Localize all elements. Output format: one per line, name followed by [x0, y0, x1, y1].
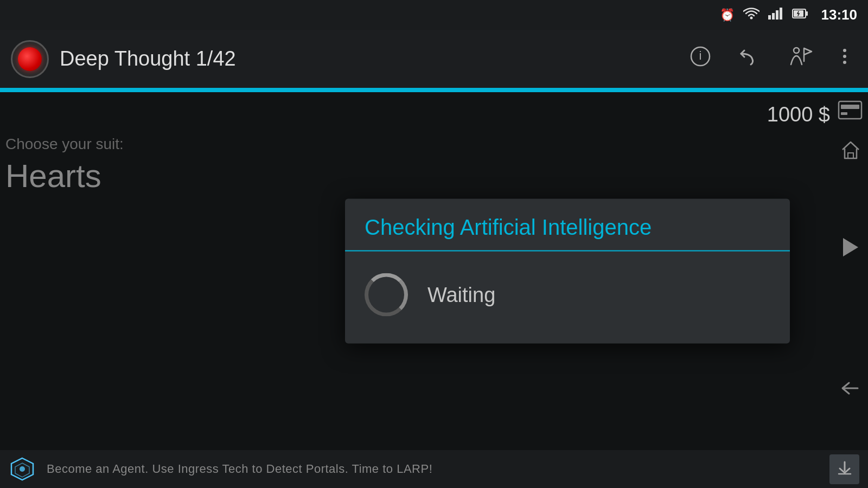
svg-point-0: [750, 16, 752, 19]
status-time: 13:10: [821, 7, 858, 23]
bottom-message: Become an Agent. Use Ingress Tech to Det…: [47, 462, 819, 476]
spinner-ring: [365, 273, 408, 317]
svg-rect-7: [806, 11, 808, 16]
svg-rect-18: [848, 153, 853, 158]
undo-button[interactable]: [730, 46, 768, 72]
app-logo-inner: [18, 47, 42, 71]
suit-label: Choose your suit:: [0, 136, 124, 153]
svg-rect-4: [780, 8, 782, 20]
spinner: [365, 273, 408, 317]
svg-text:i: i: [699, 49, 702, 62]
dialog: Checking Artificial Intelligence Waiting: [345, 199, 790, 344]
svg-point-14: [843, 61, 846, 64]
right-nav: [833, 92, 868, 450]
back-nav-icon[interactable]: [838, 378, 863, 402]
dialog-header: Checking Artificial Intelligence: [345, 199, 790, 252]
main-content: Choose your suit: Hearts 1000 $: [0, 92, 868, 450]
app-logo: [11, 40, 49, 78]
waiting-text: Waiting: [427, 283, 495, 306]
more-button[interactable]: [832, 46, 857, 72]
dialog-title: Checking Artificial Intelligence: [365, 215, 652, 239]
svg-point-12: [843, 49, 846, 52]
svg-rect-2: [772, 13, 775, 20]
signal-icon: [768, 8, 783, 23]
wifi-icon: [743, 8, 760, 23]
app-title: Deep Thought 1/42: [60, 47, 671, 70]
play-nav-icon[interactable]: [843, 237, 858, 262]
guide-button[interactable]: [779, 46, 821, 72]
download-button[interactable]: [829, 454, 859, 484]
alarm-icon: ⏰: [720, 8, 735, 22]
bottom-logo: [9, 455, 36, 483]
svg-rect-3: [776, 10, 778, 20]
dialog-body: Waiting: [345, 252, 790, 344]
download-icon: [837, 460, 852, 479]
svg-point-21: [20, 466, 25, 472]
svg-point-13: [843, 55, 846, 58]
svg-rect-1: [768, 15, 771, 20]
currency-display: 1000 $: [767, 103, 830, 126]
battery-icon: [792, 8, 808, 22]
svg-point-10: [794, 48, 799, 53]
info-button[interactable]: i: [681, 46, 719, 72]
status-bar: ⏰ 13:10: [0, 0, 868, 30]
home-nav-icon[interactable]: [840, 140, 861, 164]
app-header: Deep Thought 1/42 i: [0, 30, 868, 89]
suit-value: Hearts: [0, 157, 101, 195]
bottom-bar: Become an Agent. Use Ingress Tech to Det…: [0, 450, 868, 488]
